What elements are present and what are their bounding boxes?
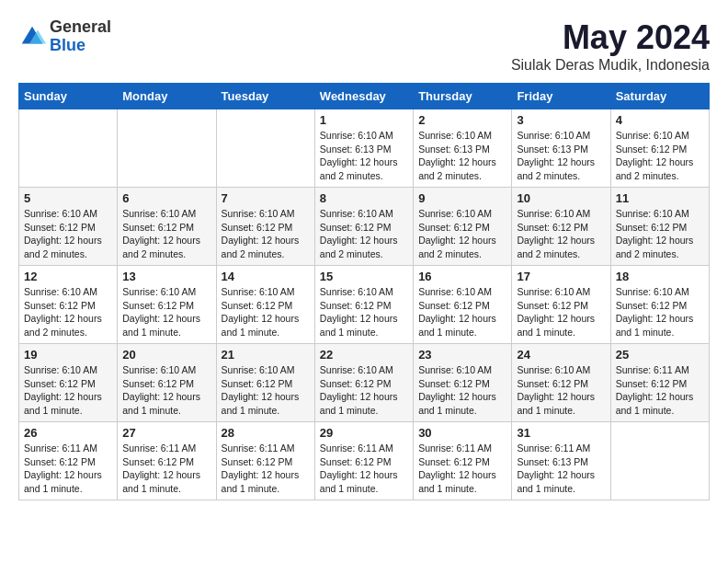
logo-text: General Blue: [50, 18, 111, 55]
day-info: Sunrise: 6:10 AMSunset: 6:12 PMDaylight:…: [616, 207, 704, 261]
day-info: Sunrise: 6:10 AMSunset: 6:12 PMDaylight:…: [616, 129, 704, 183]
calendar-cell: 11Sunrise: 6:10 AMSunset: 6:12 PMDayligh…: [610, 188, 709, 266]
day-number: 4: [616, 113, 704, 127]
day-number: 10: [517, 191, 605, 205]
calendar-header-row: SundayMondayTuesdayWednesdayThursdayFrid…: [19, 84, 710, 109]
day-info: Sunrise: 6:10 AMSunset: 6:12 PMDaylight:…: [122, 363, 210, 418]
day-info: Sunrise: 6:11 AMSunset: 6:12 PMDaylight:…: [320, 442, 408, 496]
calendar-week-row: 5Sunrise: 6:10 AMSunset: 6:12 PMDaylight…: [19, 188, 710, 266]
day-info: Sunrise: 6:10 AMSunset: 6:12 PMDaylight:…: [320, 363, 408, 418]
calendar-cell: 21Sunrise: 6:10 AMSunset: 6:12 PMDayligh…: [216, 344, 314, 422]
calendar-cell: 28Sunrise: 6:11 AMSunset: 6:12 PMDayligh…: [216, 422, 314, 500]
day-info: Sunrise: 6:10 AMSunset: 6:12 PMDaylight:…: [517, 207, 605, 261]
calendar-cell: [118, 109, 216, 188]
day-number: 31: [517, 426, 605, 440]
day-info: Sunrise: 6:10 AMSunset: 6:12 PMDaylight:…: [616, 285, 704, 339]
day-number: 8: [320, 191, 408, 205]
day-number: 17: [517, 270, 605, 283]
day-number: 29: [320, 426, 408, 440]
calendar-cell: 7Sunrise: 6:10 AMSunset: 6:12 PMDaylight…: [216, 188, 314, 266]
main-title: May 2024: [511, 18, 710, 57]
calendar-cell: 4Sunrise: 6:10 AMSunset: 6:12 PMDaylight…: [610, 109, 709, 188]
day-info: Sunrise: 6:10 AMSunset: 6:12 PMDaylight:…: [24, 363, 112, 418]
header-tuesday: Tuesday: [216, 84, 314, 109]
day-number: 3: [517, 113, 605, 127]
calendar-cell: 19Sunrise: 6:10 AMSunset: 6:12 PMDayligh…: [19, 344, 118, 422]
title-area: May 2024 Siulak Deras Mudik, Indonesia: [511, 18, 710, 74]
calendar-cell: 6Sunrise: 6:10 AMSunset: 6:12 PMDaylight…: [118, 188, 216, 266]
day-number: 12: [24, 270, 112, 283]
day-number: 5: [24, 191, 112, 205]
day-info: Sunrise: 6:11 AMSunset: 6:12 PMDaylight:…: [122, 442, 210, 496]
day-number: 26: [24, 426, 112, 440]
calendar-cell: 16Sunrise: 6:10 AMSunset: 6:12 PMDayligh…: [414, 266, 512, 344]
day-number: 28: [222, 426, 310, 440]
calendar-table: SundayMondayTuesdayWednesdayThursdayFrid…: [18, 83, 710, 500]
day-number: 25: [616, 348, 704, 362]
day-number: 7: [222, 191, 310, 205]
calendar-cell: 15Sunrise: 6:10 AMSunset: 6:12 PMDayligh…: [314, 266, 413, 344]
day-number: 23: [418, 348, 506, 362]
day-number: 19: [24, 348, 112, 362]
calendar-cell: 17Sunrise: 6:10 AMSunset: 6:12 PMDayligh…: [512, 266, 610, 344]
calendar-cell: 25Sunrise: 6:11 AMSunset: 6:12 PMDayligh…: [610, 344, 709, 422]
header: General Blue May 2024 Siulak Deras Mudik…: [18, 18, 710, 74]
header-thursday: Thursday: [414, 84, 512, 109]
logo-general-text: General: [50, 18, 111, 37]
day-number: 22: [320, 348, 408, 362]
day-info: Sunrise: 6:10 AMSunset: 6:12 PMDaylight:…: [320, 207, 408, 261]
day-number: 24: [517, 348, 605, 362]
calendar-cell: 29Sunrise: 6:11 AMSunset: 6:12 PMDayligh…: [314, 422, 413, 500]
day-number: 1: [320, 113, 408, 127]
calendar-week-row: 1Sunrise: 6:10 AMSunset: 6:13 PMDaylight…: [19, 109, 710, 188]
calendar-week-row: 12Sunrise: 6:10 AMSunset: 6:12 PMDayligh…: [19, 266, 710, 344]
day-info: Sunrise: 6:10 AMSunset: 6:12 PMDaylight:…: [222, 285, 310, 339]
day-info: Sunrise: 6:10 AMSunset: 6:12 PMDaylight:…: [418, 363, 506, 418]
calendar-cell: 20Sunrise: 6:10 AMSunset: 6:12 PMDayligh…: [118, 344, 216, 422]
header-monday: Monday: [118, 84, 216, 109]
calendar-cell: 26Sunrise: 6:11 AMSunset: 6:12 PMDayligh…: [19, 422, 118, 500]
day-info: Sunrise: 6:11 AMSunset: 6:12 PMDaylight:…: [616, 363, 704, 418]
day-info: Sunrise: 6:11 AMSunset: 6:13 PMDaylight:…: [517, 442, 605, 496]
day-number: 27: [122, 426, 210, 440]
day-info: Sunrise: 6:10 AMSunset: 6:13 PMDaylight:…: [320, 129, 408, 183]
day-info: Sunrise: 6:10 AMSunset: 6:12 PMDaylight:…: [222, 207, 310, 261]
calendar-cell: 8Sunrise: 6:10 AMSunset: 6:12 PMDaylight…: [314, 188, 413, 266]
calendar-cell: 3Sunrise: 6:10 AMSunset: 6:13 PMDaylight…: [512, 109, 610, 188]
day-number: 21: [222, 348, 310, 362]
day-info: Sunrise: 6:10 AMSunset: 6:13 PMDaylight:…: [517, 129, 605, 183]
calendar-cell: 12Sunrise: 6:10 AMSunset: 6:12 PMDayligh…: [19, 266, 118, 344]
calendar-cell: 2Sunrise: 6:10 AMSunset: 6:13 PMDaylight…: [414, 109, 512, 188]
calendar-cell: 10Sunrise: 6:10 AMSunset: 6:12 PMDayligh…: [512, 188, 610, 266]
day-info: Sunrise: 6:11 AMSunset: 6:12 PMDaylight:…: [222, 442, 310, 496]
day-number: 2: [418, 113, 506, 127]
header-wednesday: Wednesday: [314, 84, 413, 109]
day-number: 9: [418, 191, 506, 205]
day-number: 15: [320, 270, 408, 283]
calendar-cell: 30Sunrise: 6:11 AMSunset: 6:12 PMDayligh…: [414, 422, 512, 500]
calendar-cell: 5Sunrise: 6:10 AMSunset: 6:12 PMDaylight…: [19, 188, 118, 266]
day-info: Sunrise: 6:10 AMSunset: 6:12 PMDaylight:…: [122, 285, 210, 339]
calendar-cell: [216, 109, 314, 188]
calendar-cell: 13Sunrise: 6:10 AMSunset: 6:12 PMDayligh…: [118, 266, 216, 344]
calendar-week-row: 26Sunrise: 6:11 AMSunset: 6:12 PMDayligh…: [19, 422, 710, 500]
day-number: 20: [122, 348, 210, 362]
calendar-cell: 27Sunrise: 6:11 AMSunset: 6:12 PMDayligh…: [118, 422, 216, 500]
calendar-cell: [19, 109, 118, 188]
logo-blue-text: Blue: [50, 37, 111, 55]
day-info: Sunrise: 6:10 AMSunset: 6:13 PMDaylight:…: [418, 129, 506, 183]
calendar-cell: 24Sunrise: 6:10 AMSunset: 6:12 PMDayligh…: [512, 344, 610, 422]
day-info: Sunrise: 6:10 AMSunset: 6:12 PMDaylight:…: [418, 285, 506, 339]
calendar-cell: 1Sunrise: 6:10 AMSunset: 6:13 PMDaylight…: [314, 109, 413, 188]
day-info: Sunrise: 6:10 AMSunset: 6:12 PMDaylight:…: [222, 363, 310, 418]
day-number: 6: [122, 191, 210, 205]
calendar-cell: 9Sunrise: 6:10 AMSunset: 6:12 PMDaylight…: [414, 188, 512, 266]
logo-icon: [18, 23, 46, 51]
day-info: Sunrise: 6:11 AMSunset: 6:12 PMDaylight:…: [418, 442, 506, 496]
day-info: Sunrise: 6:10 AMSunset: 6:12 PMDaylight:…: [122, 207, 210, 261]
subtitle: Siulak Deras Mudik, Indonesia: [511, 57, 710, 74]
day-number: 16: [418, 270, 506, 283]
day-number: 14: [222, 270, 310, 283]
day-info: Sunrise: 6:11 AMSunset: 6:12 PMDaylight:…: [24, 442, 112, 496]
day-number: 11: [616, 191, 704, 205]
